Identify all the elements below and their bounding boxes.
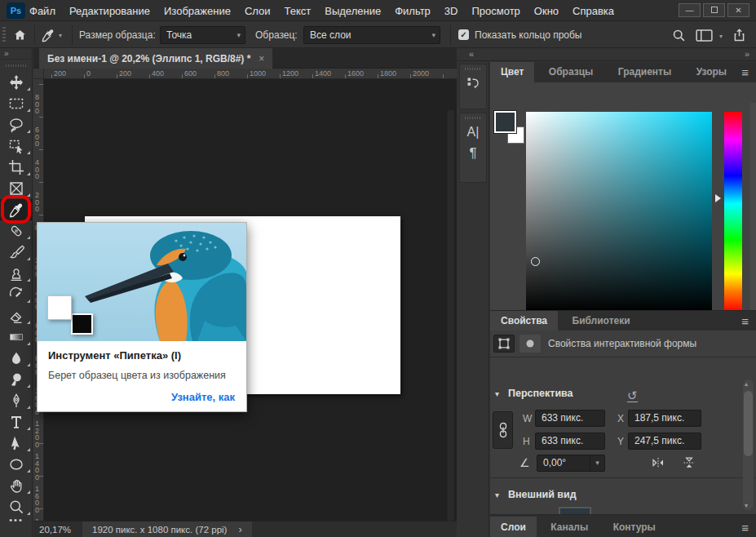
workspace-dropdown-icon[interactable]: ▾ [719,33,723,40]
menu-select[interactable]: Выделение [325,5,381,17]
tab-properties[interactable]: Свойства [490,311,558,331]
tool-dodge[interactable] [0,369,33,390]
menu-image[interactable]: Изображение [164,5,231,17]
document-info[interactable]: 1920 пикс. x 1080 пикс. (72 ppi) › [82,521,252,537]
canvas-vertical-scrollbar[interactable] [447,110,454,537]
paragraph-panel-icon[interactable]: ¶ [460,143,486,164]
transform-properties-button[interactable] [493,335,515,353]
character-panel-icon[interactable]: A| [460,122,486,143]
tool-spot-healing-brush[interactable] [0,220,33,242]
tool-history-brush[interactable] [0,284,33,305]
perspective-collapse-icon[interactable]: ▾ [495,389,499,398]
properties-scrollbar[interactable]: ▴ ▾ [743,379,754,510]
toolbar-collapse-icon[interactable]: » [0,48,32,60]
scroll-up-icon[interactable]: ▴ [745,380,748,388]
tool-crop[interactable] [0,157,33,178]
tab-channels[interactable]: Каналы [540,517,599,537]
zoom-level-field[interactable]: 20,17% [39,525,71,535]
appearance-collapse-icon[interactable]: ▾ [495,490,499,499]
tab-color[interactable]: Цвет [490,62,534,82]
status-chevron-icon[interactable]: › [238,523,241,535]
toolbar-grip-handle[interactable] [6,62,26,69]
saturation-brightness-field[interactable] [526,112,712,312]
home-icon[interactable] [13,29,27,42]
scrollbar-thumb[interactable] [744,391,753,456]
close-button[interactable]: ✕ [727,3,749,17]
tab-paths[interactable]: Контуры [603,517,666,537]
learn-how-link[interactable]: Узнайте, как [171,391,235,403]
tool-path-selection[interactable] [0,433,33,454]
hue-slider-marker[interactable] [715,194,721,202]
color-panel-scroll-track[interactable] [750,103,756,331]
flip-horizontal-icon[interactable] [650,455,666,471]
collapse-panels-icon[interactable]: » [745,49,749,59]
tool-move[interactable] [0,72,33,93]
tab-libraries[interactable]: Библиотеки [562,311,641,331]
panel-menu-icon[interactable]: ≡ [741,521,749,535]
options-grip-handle[interactable] [2,27,6,43]
live-shape-properties-label: Свойства интерактивной формы [548,338,696,349]
current-tool-eyedropper-icon[interactable] [41,28,55,42]
rotation-angle-combo[interactable]: 0,00° ▾ [537,455,605,472]
menu-filter[interactable]: Фильтр [395,5,431,17]
dock-grip-handle[interactable] [465,68,481,70]
tool-hand[interactable] [0,475,33,496]
flip-vertical-icon[interactable] [681,455,697,471]
maximize-button[interactable] [703,3,725,17]
menu-layers[interactable]: Слои [245,5,271,17]
tool-rectangular-marquee[interactable] [0,93,33,114]
menu-type[interactable]: Текст [285,5,312,17]
tool-frame[interactable] [0,178,33,199]
width-field[interactable]: 633 пикс. [535,410,605,427]
tab-swatches[interactable]: Образцы [538,62,604,82]
search-icon[interactable] [672,29,686,42]
tool-clone-stamp[interactable] [0,263,33,284]
document-tab-close-icon[interactable]: × [259,53,264,64]
height-field[interactable]: 633 пикс. [535,433,605,450]
share-icon[interactable] [732,28,746,42]
tool-eyedropper[interactable] [0,199,33,220]
sample-layers-select[interactable]: Все слои ▾ [303,26,440,44]
tool-type[interactable] [0,411,33,433]
tool-lasso[interactable] [0,114,33,135]
tool-brush[interactable] [0,242,33,263]
tool-blur[interactable] [0,348,33,369]
tool-gradient[interactable] [0,326,33,348]
tool-object-selection[interactable] [0,135,33,157]
tab-layers[interactable]: Слои [490,517,537,537]
chevron-down-icon: ▾ [590,455,604,471]
link-dimensions-button[interactable] [493,411,513,449]
reset-icon[interactable]: ↺ [627,390,638,402]
x-field[interactable]: 187,5 пикс. [628,410,701,427]
menu-help[interactable]: Справка [573,5,614,17]
tool-pen[interactable] [0,390,33,411]
menu-3d[interactable]: 3D [444,5,458,17]
workspace-switcher-icon[interactable] [696,29,713,42]
minimize-button[interactable]: — [679,3,701,17]
panel-menu-icon[interactable]: ≡ [741,65,749,79]
panel-menu-icon[interactable]: ≡ [741,314,749,328]
mask-properties-button[interactable] [519,335,541,353]
color-field-marker[interactable] [531,257,540,266]
appearance-section-title: Внешний вид [508,489,577,500]
show-sampling-ring-checkbox[interactable]: ✓ [458,29,469,40]
menu-file[interactable]: Файл [29,5,55,17]
foreground-color-swatch[interactable] [493,110,517,134]
hue-slider[interactable] [724,112,742,312]
y-field[interactable]: 247,5 пикс. [628,433,701,450]
menu-view[interactable]: Просмотр [471,5,519,17]
tab-patterns[interactable]: Узоры [686,62,737,82]
tab-gradients[interactable]: Градиенты [608,62,682,82]
scroll-down-icon[interactable]: ▾ [745,502,748,509]
menu-edit[interactable]: Редактирование [69,5,150,17]
tool-preset-dropdown-icon[interactable]: ▾ [59,32,62,39]
document-tab[interactable]: Без имени-1 @ 20,2% (Эллипс 1, RGB/8#) *… [39,48,272,69]
history-panel-icon[interactable] [460,73,486,94]
tool-ellipse-shape[interactable] [0,454,33,475]
more-tools-button[interactable]: ••• [0,509,33,530]
menu-window[interactable]: Окно [534,5,559,17]
expand-panels-icon[interactable]: « [469,49,474,59]
tool-eraser[interactable] [0,305,33,326]
dock-grip-handle[interactable] [465,117,481,119]
sample-size-select[interactable]: Точка ▾ [160,26,245,44]
